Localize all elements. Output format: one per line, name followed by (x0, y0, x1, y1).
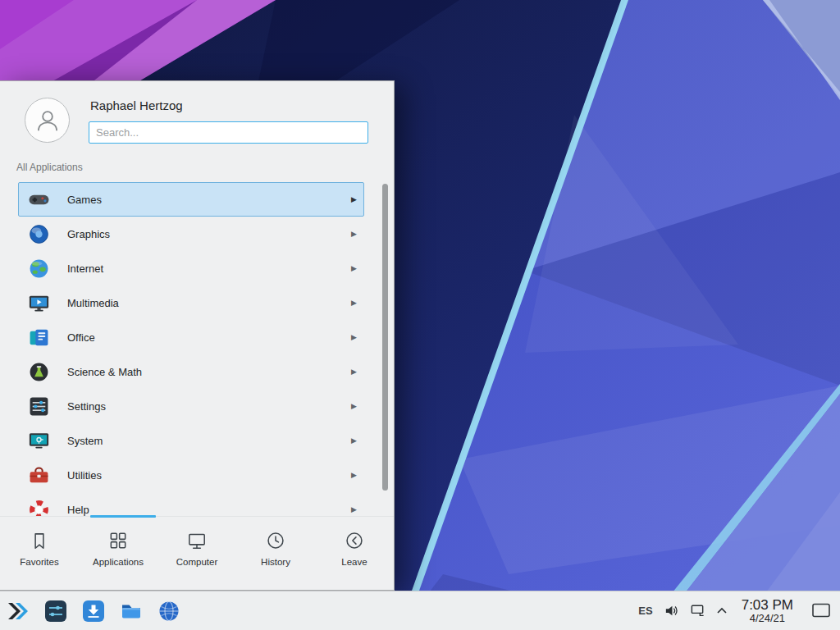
category-list: Games ▶ Graphics ▶ (0, 177, 394, 516)
tray-expander-chevron-icon[interactable] (716, 606, 728, 614)
monitor-icon (186, 529, 208, 551)
tab-computer[interactable]: Computer (158, 529, 236, 590)
leave-icon (344, 529, 366, 551)
chevron-right-icon: ▶ (351, 368, 357, 376)
category-label: Help (67, 504, 89, 516)
chevron-right-icon: ▶ (351, 402, 357, 410)
network-icon[interactable] (690, 603, 705, 619)
games-icon (27, 188, 50, 211)
clock-time: 7:03 PM (742, 597, 793, 613)
category-row-office[interactable]: Office ▶ (18, 320, 364, 354)
tab-applications[interactable]: Applications (79, 529, 158, 590)
web-browser-icon (157, 599, 181, 623)
chevron-right-icon: ▶ (351, 505, 357, 514)
utilities-icon (27, 463, 50, 486)
bookmark-icon (29, 529, 51, 551)
tab-label: History (261, 557, 290, 567)
chevron-right-icon: ▶ (351, 299, 357, 307)
application-launcher-menu: Raphael Hertzog All Applications Games ▶ (0, 80, 395, 591)
tab-label: Favorites (20, 557, 58, 567)
terminal-tweaks-button[interactable] (43, 598, 69, 624)
show-desktop-button[interactable] (810, 600, 832, 621)
globe-icon (27, 257, 50, 280)
launcher-tabbar: Favorites Applications Co (0, 516, 394, 590)
science-icon (27, 360, 50, 383)
multimedia-icon (27, 291, 50, 314)
active-tab-indicator (90, 515, 156, 518)
category-row-science-math[interactable]: Science & Math ▶ (18, 354, 364, 389)
category-label: Multimedia (67, 297, 119, 309)
category-label: Utilities (67, 469, 102, 482)
user-icon (33, 106, 62, 135)
avatar[interactable] (25, 98, 70, 143)
category-row-utilities[interactable]: Utilities ▶ (18, 458, 364, 492)
taskbar: ES 7:03 PM 4/24/21 (0, 591, 840, 630)
list-scrollbar[interactable] (382, 184, 388, 491)
show-desktop-icon (811, 602, 831, 619)
tab-leave[interactable]: Leave (315, 529, 394, 590)
category-row-games[interactable]: Games ▶ (18, 182, 364, 217)
category-row-multimedia[interactable]: Multimedia ▶ (18, 285, 364, 320)
clock-date: 4/24/21 (742, 613, 793, 625)
tab-history[interactable]: History (236, 529, 315, 590)
category-label: System (67, 435, 103, 447)
help-icon (27, 498, 50, 516)
web-browser-button[interactable] (156, 598, 182, 624)
tab-label: Applications (93, 557, 144, 567)
software-center-button[interactable] (80, 598, 107, 624)
file-manager-icon (119, 599, 144, 623)
search-input[interactable] (89, 121, 368, 144)
application-launcher-button[interactable] (5, 598, 31, 624)
category-row-internet[interactable]: Internet ▶ (18, 251, 364, 285)
chevron-right-icon: ▶ (351, 195, 357, 203)
category-row-settings[interactable]: Settings ▶ (18, 389, 364, 423)
category-label: Settings (67, 400, 106, 413)
system-icon (27, 429, 50, 452)
tab-label: Computer (176, 557, 218, 567)
category-label: Office (67, 331, 95, 344)
settings-icon (27, 395, 50, 418)
chevron-right-icon: ▶ (351, 230, 357, 238)
digital-clock[interactable]: 7:03 PM 4/24/21 (742, 597, 793, 625)
chevron-right-icon: ▶ (351, 436, 357, 445)
file-manager-button[interactable] (118, 598, 144, 624)
launcher-header: Raphael Hertzog (0, 81, 394, 155)
tab-favorites[interactable]: Favorites (0, 529, 79, 590)
grid-icon (107, 529, 130, 551)
category-row-help[interactable]: Help ▶ (18, 492, 364, 516)
tab-label: Leave (341, 557, 367, 567)
clock-icon (265, 529, 287, 551)
taskbar-apps (5, 598, 182, 624)
office-icon (27, 326, 50, 349)
graphics-icon (27, 222, 50, 245)
user-name: Raphael Hertzog (90, 98, 183, 112)
chevron-right-icon: ▶ (351, 333, 357, 341)
category-label: Science & Math (67, 366, 142, 378)
system-tray: ES 7:03 PM 4/24/21 (638, 597, 835, 625)
category-label: Graphics (67, 228, 110, 240)
terminal-tweaks-icon (43, 599, 68, 623)
chevron-right-icon: ▶ (351, 471, 357, 479)
keyboard-layout-indicator[interactable]: ES (638, 605, 652, 617)
chevron-right-icon: ▶ (351, 264, 357, 272)
category-label: Internet (67, 262, 103, 275)
category-row-graphics[interactable]: Graphics ▶ (18, 217, 364, 251)
category-row-system[interactable]: System ▶ (18, 423, 364, 458)
volume-icon[interactable] (664, 603, 679, 619)
category-label: Games (67, 194, 102, 206)
section-label: All Applications (0, 155, 394, 177)
software-center-icon (81, 599, 106, 623)
launcher-icon (6, 599, 30, 623)
